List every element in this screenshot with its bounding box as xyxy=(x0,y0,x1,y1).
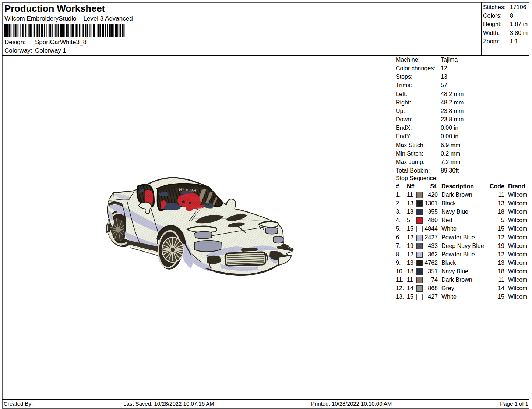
svg-text:FALKEN: FALKEN xyxy=(178,188,196,192)
